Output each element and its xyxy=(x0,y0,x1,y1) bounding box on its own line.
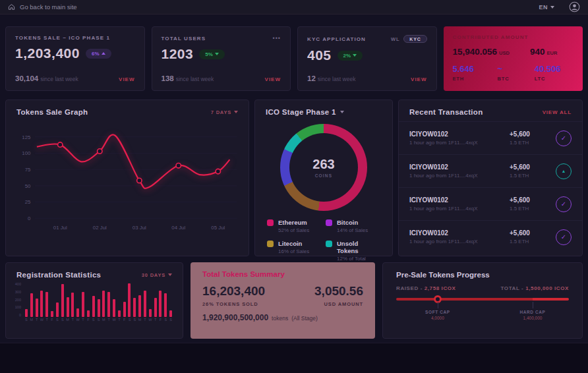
day-label: M xyxy=(138,317,142,322)
progress-track[interactable] xyxy=(396,298,569,301)
card-menu-dots-icon[interactable]: ••• xyxy=(273,35,281,42)
data-point[interactable] xyxy=(176,163,181,168)
bar[interactable] xyxy=(123,302,126,317)
bar[interactable] xyxy=(61,284,64,317)
bar-column: M xyxy=(29,283,34,322)
view-all-button[interactable]: VIEW ALL xyxy=(543,109,572,115)
tokens-sale-view-button[interactable]: VIEW xyxy=(119,76,134,82)
bar[interactable] xyxy=(107,292,110,317)
transaction-row[interactable]: ICIYOW0102 1 hour ago from 1F11....4xqX … xyxy=(399,187,582,220)
transaction-id: ICIYOW0102 xyxy=(409,196,510,204)
tokens-sold-label: 26% TOKENS SOLD xyxy=(202,301,265,307)
data-point[interactable] xyxy=(98,149,102,154)
legend-item: Bitcoin 14% of Sales xyxy=(326,219,380,233)
bar[interactable] xyxy=(118,310,121,317)
bar-column: M xyxy=(65,283,71,322)
back-to-main-site-link[interactable]: Go back to main site xyxy=(8,3,77,11)
donut-legend: Ethereum 52% of Sales Bitcoin 14% of Sal… xyxy=(255,211,392,268)
bar[interactable] xyxy=(102,291,105,317)
bar[interactable] xyxy=(144,291,146,317)
bar[interactable] xyxy=(92,296,95,317)
bar-column: T xyxy=(117,283,122,322)
presale-progress-panel: Pre-Sale Tokens Progress RAISED - 2,758 … xyxy=(382,262,583,339)
chevron-down-icon xyxy=(234,111,238,113)
legend-name: Ethereum xyxy=(278,219,309,226)
svg-text:25: 25 xyxy=(25,199,31,205)
stat-cards-row: TOKENS SALE ~ ICO PHASE 1 1,203,400 6% 3… xyxy=(5,26,583,91)
registration-statistics-panel: Registration Statistics 30 DAYS 40030020… xyxy=(5,262,183,339)
chevron-down-icon xyxy=(340,111,344,113)
bar[interactable] xyxy=(164,293,167,317)
svg-text:05 Jul: 05 Jul xyxy=(211,225,225,231)
btc-amount: ~ xyxy=(498,64,535,74)
bar[interactable] xyxy=(138,295,141,318)
wl-toggle[interactable]: WL xyxy=(391,36,399,42)
chevron-down-icon xyxy=(168,273,172,276)
transaction-detail: 1 hour ago from 1F11....4xqX xyxy=(409,173,510,179)
bar[interactable] xyxy=(25,309,28,317)
day-label: W xyxy=(148,317,152,322)
legend-name: Unsold Tokens xyxy=(337,240,380,254)
usd-amount-value: 3,050.56 xyxy=(314,284,363,299)
kyc-view-button[interactable]: VIEW xyxy=(411,76,426,82)
data-point[interactable] xyxy=(137,178,142,183)
data-point[interactable] xyxy=(58,142,63,147)
day-label: F xyxy=(160,317,162,322)
legend-swatch xyxy=(326,219,332,226)
bar[interactable] xyxy=(40,291,43,317)
bar-column: F xyxy=(158,283,163,322)
bar[interactable] xyxy=(113,299,115,317)
bar[interactable] xyxy=(149,309,152,317)
bar[interactable] xyxy=(51,311,53,317)
bar[interactable] xyxy=(67,297,69,317)
day-label: T xyxy=(107,317,109,322)
day-label: S xyxy=(133,317,136,322)
donut-chart: 263 COINS xyxy=(280,124,367,211)
registration-range-select[interactable]: 30 DAYS xyxy=(142,272,172,278)
bar[interactable] xyxy=(76,308,79,317)
day-label: S xyxy=(98,317,100,322)
user-avatar-icon[interactable] xyxy=(569,1,580,13)
transaction-row[interactable]: ICIYOW0102 1 hour ago from 1F11....4xqX … xyxy=(399,121,582,154)
bar[interactable] xyxy=(71,293,74,317)
bar-column: S xyxy=(24,283,29,322)
kyc-delta: 12 xyxy=(307,74,316,82)
bar[interactable] xyxy=(30,293,33,317)
bar[interactable] xyxy=(56,302,59,317)
svg-text:04 Jul: 04 Jul xyxy=(171,225,185,231)
bar[interactable] xyxy=(154,298,157,317)
usd-unit: USD xyxy=(499,50,510,56)
card-tokens-sale: TOKENS SALE ~ ICO PHASE 1 1,203,400 6% 3… xyxy=(5,26,145,91)
bar[interactable] xyxy=(36,299,38,317)
home-icon xyxy=(8,3,15,11)
status-check-icon: ✓ xyxy=(556,229,572,245)
language-select[interactable]: EN xyxy=(539,4,554,11)
data-point[interactable] xyxy=(216,169,220,173)
transaction-row[interactable]: ICIYOW0102 1 hour ago from 1F11....4xqX … xyxy=(399,220,582,253)
usd-amount: 15,940.056 xyxy=(453,47,498,57)
ico-stage-title[interactable]: ICO Stage Phase 1 xyxy=(266,108,344,116)
bar[interactable] xyxy=(133,298,136,317)
bar[interactable] xyxy=(45,292,48,317)
bar[interactable] xyxy=(82,292,84,317)
tokens-graph-range-select[interactable]: 7 DAYS xyxy=(211,109,238,115)
legend-item: Ethereum 52% of Sales xyxy=(267,219,322,233)
kyc-toggle[interactable]: KYC xyxy=(403,35,426,43)
bar[interactable] xyxy=(98,299,100,317)
day-label: S xyxy=(56,317,59,322)
transaction-eth: 1.5 ETH xyxy=(510,206,544,212)
bar[interactable] xyxy=(159,291,162,317)
eth-unit: ETH xyxy=(453,76,498,82)
status-check-icon: ✓ xyxy=(556,196,572,212)
eur-amount: 940 xyxy=(530,47,545,57)
bar[interactable] xyxy=(128,283,131,317)
transaction-row[interactable]: ICIYOW0102 1 hour ago from 1F11....4xqX … xyxy=(399,154,582,187)
topbar: Go back to main site EN xyxy=(0,0,588,14)
total-users-view-button[interactable]: VIEW xyxy=(265,76,281,82)
usd-amount-label: USD AMOUNT xyxy=(314,301,363,307)
total-users-value: 1203 xyxy=(162,46,194,62)
bar[interactable] xyxy=(87,310,90,317)
bar-column: W xyxy=(148,283,153,322)
trend-up-icon xyxy=(102,52,105,55)
bar[interactable] xyxy=(169,310,172,317)
